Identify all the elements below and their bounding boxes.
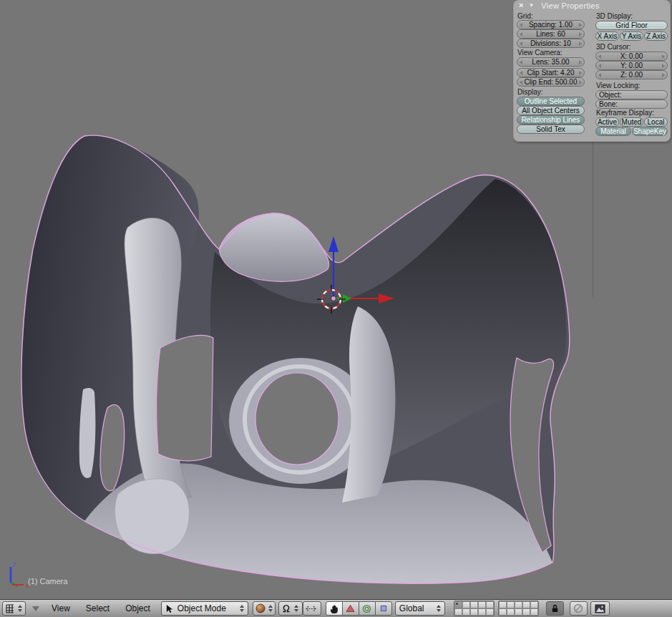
orientation-dropdown[interactable]: Global — [395, 601, 445, 616]
layer-9[interactable] — [522, 601, 530, 608]
layer-group-2 — [498, 601, 539, 616]
toggle-label: ShapeKey — [633, 127, 667, 135]
field-label: Object: — [599, 91, 667, 99]
layer-11[interactable] — [454, 608, 462, 616]
collapse-icon[interactable]: ▼ — [528, 2, 534, 9]
manipulator-toggle-button[interactable] — [326, 601, 343, 616]
3d-viewport[interactable]: z x (1) Camera × ▼ View Properties Grid:… — [0, 0, 672, 599]
relationship-lines-toggle[interactable]: Relationship Lines — [517, 115, 585, 125]
clip-start-value: Clip Start: 4.20 — [517, 69, 584, 77]
outline-selected-toggle[interactable]: Outline Selected — [517, 97, 585, 106]
increment-arrow-icon[interactable] — [579, 23, 582, 27]
header-menu-collapse-icon[interactable] — [32, 606, 39, 611]
mesh-center-dome — [219, 213, 329, 281]
view-menu[interactable]: View — [44, 603, 78, 613]
toggle-label: Active — [596, 118, 618, 126]
layer-20[interactable] — [530, 608, 538, 616]
decrement-arrow-icon[interactable] — [520, 80, 522, 84]
grid-floor-toggle[interactable]: Grid Floor — [595, 21, 668, 30]
increment-arrow-icon[interactable] — [662, 64, 665, 68]
cursor-y-field[interactable]: Y: 0.00 — [595, 61, 668, 70]
layer-5[interactable] — [486, 601, 494, 608]
layer-3[interactable] — [470, 601, 478, 608]
increment-arrow-icon[interactable] — [579, 42, 582, 46]
x-axis-toggle[interactable]: X Axis — [595, 31, 619, 41]
panel-shadow-line — [593, 140, 593, 297]
decrement-arrow-icon[interactable] — [598, 73, 601, 77]
increment-arrow-icon[interactable] — [579, 80, 582, 84]
all-object-centers-toggle[interactable]: All Object Centers — [517, 106, 585, 115]
render-view-button[interactable] — [590, 601, 610, 616]
active-toggle[interactable]: Active — [595, 117, 619, 127]
layer-17[interactable] — [507, 608, 515, 616]
layer-8[interactable] — [515, 601, 522, 608]
select-menu[interactable]: Select — [78, 603, 117, 613]
pivot-point-button[interactable] — [278, 601, 303, 616]
3d-view-header[interactable]: View Select Object Object Mode — [0, 599, 672, 617]
increment-arrow-icon[interactable] — [662, 73, 665, 77]
decrement-arrow-icon[interactable] — [520, 32, 522, 37]
y-axis-toggle[interactable]: Y Axis — [620, 31, 643, 41]
mode-dropdown-value: Object Mode — [177, 603, 235, 613]
increment-arrow-icon[interactable] — [579, 32, 582, 37]
object-menu[interactable]: Object — [117, 603, 158, 613]
layer-10[interactable] — [530, 601, 538, 608]
object-lock-field[interactable]: Object: — [595, 90, 668, 99]
orientation-dropdown-value: Global — [399, 603, 432, 613]
z-axis-toggle[interactable]: Z Axis — [644, 31, 668, 41]
translate-manipulator-button[interactable] — [342, 601, 359, 616]
object-mode-icon — [165, 604, 175, 613]
layer-4[interactable] — [478, 601, 486, 608]
decrement-arrow-icon[interactable] — [598, 54, 601, 59]
shapekey-toggle[interactable]: ShapeKey — [632, 127, 668, 136]
layer-14[interactable] — [478, 608, 486, 616]
increment-arrow-icon[interactable] — [579, 60, 582, 64]
lens-field[interactable]: Lens: 35.00 — [517, 57, 585, 67]
local-toggle[interactable]: Local — [644, 117, 668, 127]
panel-header[interactable]: × ▼ View Properties — [514, 0, 670, 11]
lock-layers-button[interactable] — [546, 601, 564, 616]
translate-icon — [346, 604, 355, 613]
layer-19[interactable] — [522, 608, 530, 616]
layer-1[interactable] — [454, 601, 462, 608]
decrement-arrow-icon[interactable] — [520, 23, 522, 27]
solid-tex-toggle[interactable]: Solid Tex — [517, 125, 585, 134]
layer-2[interactable] — [462, 601, 470, 608]
grid-lines-field[interactable]: Lines: 60 — [517, 29, 585, 39]
axis-toggle-row: X Axis Y Axis Z Axis — [595, 31, 668, 41]
layer-6[interactable] — [499, 601, 507, 608]
layer-13[interactable] — [470, 608, 478, 616]
clip-end-field[interactable]: Clip End: 500.00 — [517, 77, 585, 87]
mode-dropdown[interactable]: Object Mode — [161, 601, 248, 616]
view-properties-panel[interactable]: × ▼ View Properties Grid: Spacing: 1.00 … — [513, 0, 671, 142]
material-toggle[interactable]: Material — [595, 127, 631, 136]
muted-toggle[interactable]: Muted — [620, 117, 643, 127]
proportional-edit-button[interactable] — [570, 601, 588, 616]
layer-16[interactable] — [499, 608, 507, 616]
cursor-z-field[interactable]: Z: 0.00 — [595, 70, 668, 79]
increment-arrow-icon[interactable] — [662, 54, 665, 59]
cursor-z-value: Z: 0.00 — [596, 71, 667, 79]
grid-spacing-field[interactable]: Spacing: 1.00 — [517, 20, 585, 29]
cursor-x-field[interactable]: X: 0.00 — [595, 52, 668, 61]
layer-12[interactable] — [462, 608, 470, 616]
grid-divisions-field[interactable]: Divisions: 10 — [517, 39, 585, 48]
toggle-label: Outline Selected — [517, 97, 584, 105]
z-axis-arrowhead[interactable] — [328, 236, 339, 252]
close-icon[interactable]: × — [519, 1, 523, 9]
bone-lock-field[interactable]: Bone: — [595, 99, 668, 109]
editor-type-button[interactable] — [2, 601, 26, 616]
layer-7[interactable] — [507, 601, 515, 608]
decrement-arrow-icon[interactable] — [520, 60, 522, 64]
decrement-arrow-icon[interactable] — [598, 64, 601, 68]
scale-manipulator-button[interactable] — [375, 601, 392, 616]
increment-arrow-icon[interactable] — [579, 71, 582, 75]
decrement-arrow-icon[interactable] — [520, 71, 522, 75]
layer-15[interactable] — [486, 608, 494, 616]
decrement-arrow-icon[interactable] — [520, 42, 522, 46]
rotate-manipulator-button[interactable] — [359, 601, 376, 616]
clip-start-field[interactable]: Clip Start: 4.20 — [517, 68, 585, 77]
draw-type-button[interactable] — [253, 601, 276, 616]
layer-18[interactable] — [515, 608, 522, 616]
move-centers-only-button[interactable] — [303, 601, 321, 616]
